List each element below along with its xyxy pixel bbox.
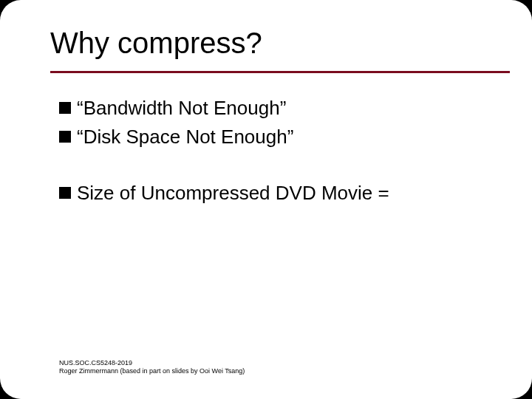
slide-footer: NUS.SOC.CS5248-2019 Roger Zimmermann (ba… [59,359,245,376]
bullet-text: “Disk Space Not Enough” [77,125,293,149]
title-underline [50,71,510,73]
bullet-item: Size of Uncompressed DVD Movie = [59,181,502,205]
footer-line-2: Roger Zimmermann (based in part on slide… [59,367,245,375]
footer-line-1: NUS.SOC.CS5248-2019 [59,359,245,367]
square-bullet-icon [59,187,71,199]
bullet-item: “Disk Space Not Enough” [59,125,502,149]
square-bullet-icon [59,102,71,114]
bullet-item: “Bandwidth Not Enough” [59,96,502,120]
bullet-text: “Bandwidth Not Enough” [77,96,286,120]
square-bullet-icon [59,131,71,143]
slide-body: “Bandwidth Not Enough” “Disk Space Not E… [59,96,502,210]
slide-title: Why compress? [50,27,262,60]
slide: Why compress? “Bandwidth Not Enough” “Di… [0,0,532,399]
bullet-text: Size of Uncompressed DVD Movie = [77,181,389,205]
